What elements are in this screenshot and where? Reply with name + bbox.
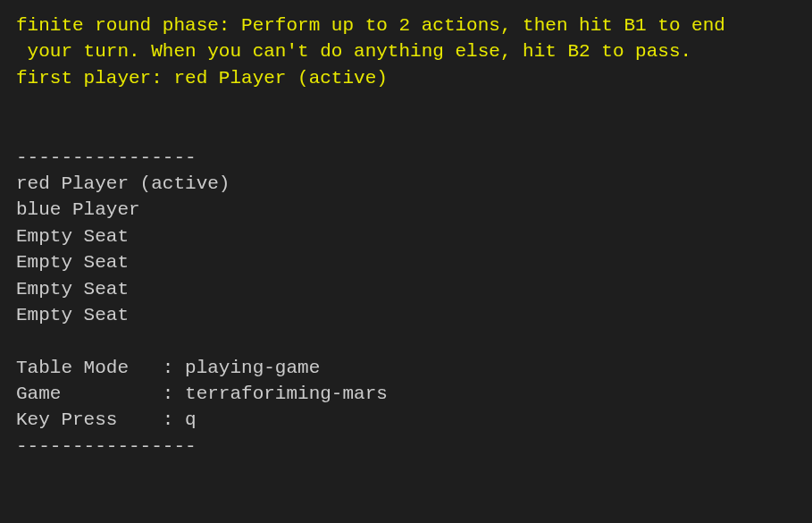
separator-top: ---------------- — [16, 145, 796, 171]
separator-bottom: ---------------- — [16, 434, 796, 460]
player-row: red Player (active) — [16, 171, 796, 197]
status-info-block: Table Mode : playing-game Game : terrafo… — [16, 355, 796, 434]
phase-description-line2: your turn. When you can't do anything el… — [16, 38, 796, 64]
blank-spacer — [16, 118, 796, 144]
player-list: red Player (active) blue Player Empty Se… — [16, 171, 796, 328]
player-row: Empty Seat — [16, 224, 796, 249]
first-player-line: first player: red Player (active) — [16, 65, 796, 91]
player-row: blue Player — [16, 197, 796, 223]
phase-block: finite round phase: Perform up to 2 acti… — [16, 13, 796, 91]
table-mode-value: playing-game — [185, 358, 320, 378]
game-label: Game : — [16, 384, 185, 404]
player-row: Empty Seat — [16, 276, 796, 302]
table-mode-row: Table Mode : playing-game — [16, 355, 796, 381]
key-press-label: Key Press : — [16, 409, 185, 430]
key-press-value: q — [185, 409, 197, 430]
game-row: Game : terraforiming-mars — [16, 381, 796, 407]
player-row: Empty Seat — [16, 302, 796, 328]
phase-description-line1: finite round phase: Perform up to 2 acti… — [16, 13, 796, 38]
table-mode-label: Table Mode : — [16, 358, 185, 378]
key-press-row: Key Press : q — [16, 407, 796, 433]
game-value: terraforiming-mars — [185, 384, 388, 404]
player-row: Empty Seat — [16, 249, 796, 275]
